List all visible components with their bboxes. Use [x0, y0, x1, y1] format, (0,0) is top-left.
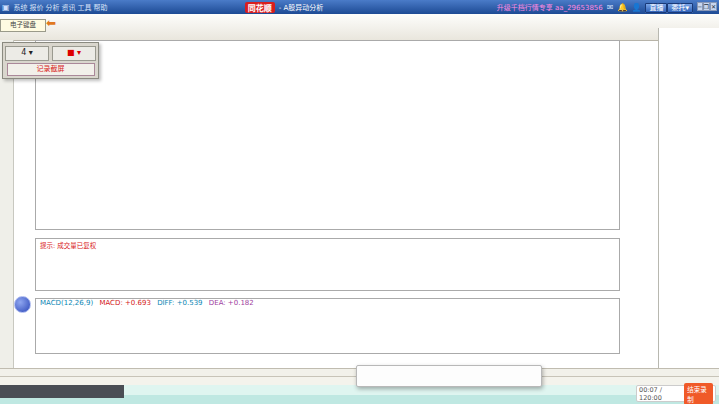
stop-recording-button[interactable]: 结束录制	[684, 383, 713, 404]
record-screenshot-button[interactable]: 记录截屏	[7, 63, 95, 76]
macd-param: MACD(12,26,9)	[40, 299, 93, 307]
diff-value: DIFF: +0.539	[157, 299, 202, 307]
recording-time: 00:07 / 120:00	[639, 386, 681, 402]
color-dropdown[interactable]: ■ ▾	[52, 46, 96, 61]
screen-recorder-overlay: 00:07 / 120:00 结束录制	[636, 385, 716, 402]
annotation-toolbar	[356, 365, 542, 387]
drawing-palette: 4 ▾ ■ ▾ 记录截屏	[2, 42, 99, 79]
keyboard-tooltip: 电子键盘	[0, 19, 46, 32]
pen-toolbar-dark	[0, 385, 124, 398]
app-window: ▣ 系统报价分析资讯工具帮助 同花顺 - A股异动分析 升级千档行情专享 aa_…	[0, 0, 719, 404]
macd-header: MACD(12,26,9) MACD: +0.693 DIFF: +0.539 …	[40, 299, 254, 307]
adjust-note: 提示: 成交量已复权	[40, 240, 96, 250]
quote-panel	[658, 28, 719, 368]
line-width-dropdown[interactable]: 4 ▾	[5, 46, 49, 61]
macd-value: MACD: +0.693	[99, 299, 150, 307]
dea-value: DEA: +0.182	[209, 299, 254, 307]
marker-tool-badge[interactable]	[14, 296, 31, 313]
